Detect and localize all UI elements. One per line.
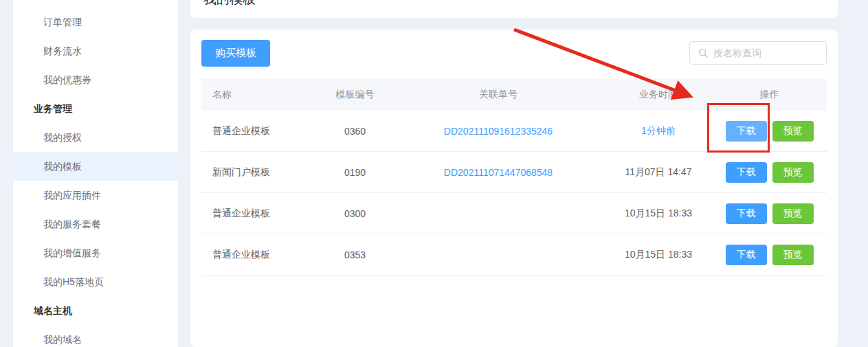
related-order-link[interactable]: DD202111071447068548	[392, 167, 605, 178]
table-row: 新闻门户模板 0190 DD202111071447068548 11月07日 …	[201, 152, 827, 193]
search-icon	[698, 48, 708, 58]
sidebar-item-my-app-plugins[interactable]: 我的应用插件	[13, 181, 178, 210]
download-button[interactable]: 下载	[726, 121, 767, 142]
table-row: 普通企业模板 0353 10月15日 18:33 下载 预览	[201, 234, 827, 276]
column-header-template-code: 模板编号	[318, 89, 392, 101]
preview-button[interactable]: 预览	[772, 245, 814, 265]
template-code: 0190	[318, 167, 392, 178]
sidebar-item-my-coupons[interactable]: 我的优惠券	[13, 65, 178, 94]
column-header-business-time: 业务时间	[605, 89, 712, 101]
template-name: 普通企业模板	[201, 125, 318, 137]
page-header: 我的模板	[190, 0, 838, 18]
sidebar-item-my-domains[interactable]: 我的域名	[13, 325, 178, 347]
business-time: 11月07日 14:47	[605, 166, 712, 179]
sidebar-item-my-value-added-services[interactable]: 我的增值服务	[13, 238, 178, 267]
download-button[interactable]: 下载	[726, 203, 767, 224]
download-button[interactable]: 下载	[726, 162, 767, 183]
page-title: 我的模板	[203, 0, 256, 8]
preview-button[interactable]: 预览	[772, 121, 814, 142]
column-header-actions: 操作	[712, 89, 827, 101]
sidebar-item-my-templates[interactable]: 我的模板	[13, 152, 178, 181]
table-row: 普通企业模板 0360 DD202111091612335246 1分钟前 下载…	[201, 111, 827, 152]
download-button[interactable]: 下载	[726, 245, 767, 265]
sidebar-section-business-management: 业务管理	[13, 94, 178, 123]
template-code: 0353	[318, 249, 392, 260]
preview-button[interactable]: 预览	[772, 203, 814, 224]
sidebar-section-domain-host: 域名主机	[13, 296, 178, 325]
sidebar-item-finance-flow[interactable]: 财务流水	[13, 36, 178, 65]
search-input[interactable]	[713, 47, 816, 58]
table-row: 普通企业模板 0300 10月15日 18:33 下载 预览	[201, 193, 827, 234]
buy-template-button[interactable]: 购买模板	[201, 40, 270, 67]
column-header-related-order: 关联单号	[392, 89, 605, 101]
template-code: 0360	[318, 126, 392, 137]
related-order-link[interactable]: DD202111091612335246	[392, 126, 605, 137]
template-name: 普通企业模板	[201, 249, 318, 261]
sidebar: 订单管理 财务流水 我的优惠券 业务管理 我的授权 我的模板 我的应用插件 我的…	[13, 0, 178, 347]
business-time: 10月15日 18:33	[605, 249, 712, 261]
templates-table: 名称 模板编号 关联单号 业务时间 操作 普通企业模板 0360 DD20211…	[201, 79, 827, 276]
template-code: 0300	[318, 208, 392, 219]
business-time: 10月15日 18:33	[605, 208, 712, 220]
template-name: 新闻门户模板	[201, 166, 318, 179]
preview-button[interactable]: 预览	[772, 162, 814, 183]
templates-panel: 购买模板 名称 模板编号 关联单号 业务时间 操作 普通企业模板 0360 DD…	[190, 30, 838, 347]
sidebar-item-my-authorization[interactable]: 我的授权	[13, 123, 178, 152]
table-header-row: 名称 模板编号 关联单号 业务时间 操作	[201, 79, 827, 111]
business-time: 1分钟前	[605, 125, 712, 137]
column-header-name: 名称	[201, 89, 318, 101]
sidebar-item-my-h5-landing-pages[interactable]: 我的H5落地页	[13, 267, 178, 296]
template-name: 普通企业模板	[201, 208, 318, 220]
sidebar-item-order-management[interactable]: 订单管理	[13, 8, 178, 36]
sidebar-item-my-service-packages[interactable]: 我的服务套餐	[13, 210, 178, 238]
search-box[interactable]	[689, 41, 827, 65]
